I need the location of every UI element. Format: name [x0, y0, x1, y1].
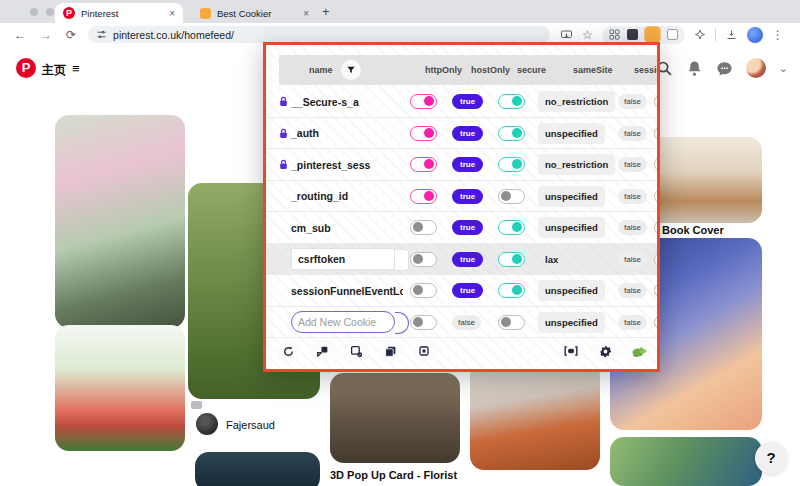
back-icon[interactable]: ←: [14, 28, 26, 42]
pin-watermelon-girl-illustration[interactable]: [55, 325, 185, 451]
httponly-toggle[interactable]: [410, 252, 437, 267]
cast-save-icon[interactable]: [560, 29, 573, 41]
truncated-toggle[interactable]: [654, 283, 660, 298]
extension-dark-icon[interactable]: [627, 29, 638, 40]
samesite-badge[interactable]: unspecified: [538, 217, 605, 238]
lock-icon: [279, 128, 288, 139]
cookie-extension-icon[interactable]: [645, 27, 660, 42]
user-avatar[interactable]: [746, 58, 766, 78]
secure-toggle[interactable]: [498, 126, 525, 141]
download-icon[interactable]: [725, 29, 738, 41]
secure-toggle[interactable]: [498, 220, 525, 235]
httponly-toggle[interactable]: [410, 315, 437, 330]
samesite-badge[interactable]: no_restriction: [538, 154, 615, 175]
cookie-row: __Secure-s_atrueno_restrictionfalse: [266, 86, 657, 118]
truncated-toggle[interactable]: [654, 220, 660, 235]
col-httponly[interactable]: httpOnly: [425, 65, 462, 75]
httponly-toggle[interactable]: [410, 283, 437, 298]
pin-kids-illustration[interactable]: [610, 437, 762, 486]
col-samesite[interactable]: sameSite: [573, 65, 613, 75]
truncated-toggle[interactable]: [654, 126, 660, 141]
pinterest-logo[interactable]: P: [16, 58, 36, 78]
forward-icon[interactable]: →: [40, 28, 52, 42]
httponly-toggle[interactable]: [410, 157, 437, 172]
cookie-value-input-stub[interactable]: [395, 312, 409, 334]
samesite-badge[interactable]: lax: [538, 249, 565, 270]
httponly-toggle[interactable]: [410, 94, 437, 109]
pin-user-avatar[interactable]: [196, 413, 218, 435]
httponly-toggle[interactable]: [410, 126, 437, 141]
import-button[interactable]: [310, 339, 334, 363]
samesite-badge[interactable]: unspecified: [538, 186, 605, 207]
add-new-cookie-input[interactable]: [291, 311, 395, 333]
truncated-toggle[interactable]: [654, 315, 660, 330]
secure-toggle[interactable]: [498, 283, 525, 298]
side-panel-icon[interactable]: [694, 29, 706, 41]
truncated-toggle[interactable]: [654, 157, 660, 172]
hostonly-badge: true: [452, 157, 483, 172]
address-bar[interactable]: pinterest.co.uk/homefeed/: [88, 26, 550, 43]
secure-toggle[interactable]: [498, 252, 525, 267]
messages-icon[interactable]: [716, 60, 733, 77]
reload-icon[interactable]: ⟳: [66, 28, 76, 42]
pin-title[interactable]: Book Cover: [662, 224, 724, 236]
truncated-toggle[interactable]: [654, 94, 660, 109]
pin-flower-girl-illustration[interactable]: [55, 115, 185, 328]
close-tab-icon[interactable]: ×: [303, 8, 309, 19]
pin-ocean-photo[interactable]: [195, 452, 320, 486]
expand-button[interactable]: [559, 339, 583, 363]
chevron-down-icon[interactable]: ⌄: [779, 62, 788, 75]
bookmark-star-icon[interactable]: ☆: [582, 28, 593, 42]
notifications-bell-icon[interactable]: [686, 60, 703, 77]
settings-button[interactable]: [593, 339, 617, 363]
truncated-toggle[interactable]: [654, 252, 660, 267]
copy-button[interactable]: [378, 339, 402, 363]
samesite-badge[interactable]: no_restriction: [538, 91, 615, 112]
httponly-toggle[interactable]: [410, 189, 437, 204]
site-settings-icon[interactable]: [96, 29, 107, 40]
secure-toggle[interactable]: [498, 315, 525, 330]
pin-title[interactable]: 3D Pop Up Card - Florist: [330, 469, 457, 481]
samesite-badge[interactable]: unspecified: [538, 123, 605, 144]
help-button[interactable]: ?: [755, 442, 787, 474]
truncated-toggle[interactable]: [654, 189, 660, 204]
export-button[interactable]: [344, 339, 368, 363]
tab-pinterest[interactable]: P Pinterest ×: [55, 3, 183, 23]
samesite-badge[interactable]: unspecified: [538, 312, 605, 333]
secure-toggle[interactable]: [498, 94, 525, 109]
cookie-name: _pinterest_sess: [291, 159, 370, 171]
window-minimize-button[interactable]: [46, 8, 54, 16]
col-session[interactable]: session: [634, 65, 660, 75]
window-close-button[interactable]: [30, 8, 38, 16]
home-link[interactable]: 主页: [42, 62, 66, 79]
close-tab-icon[interactable]: ×: [169, 8, 175, 19]
refresh-button[interactable]: [276, 339, 300, 363]
screen: P Pinterest × Best Cookier × + ← → ⟳ pin…: [0, 0, 800, 486]
delete-button[interactable]: [412, 339, 436, 363]
session-badge: false: [618, 315, 647, 330]
session-badge: false: [618, 252, 647, 267]
profile-avatar[interactable]: [747, 27, 763, 43]
url-text[interactable]: pinterest.co.uk/homefeed/: [113, 29, 234, 41]
hamburger-icon[interactable]: ≡: [72, 61, 80, 76]
samesite-badge[interactable]: unspecified: [538, 280, 605, 301]
new-tab-button[interactable]: +: [322, 4, 330, 19]
col-secure[interactable]: secure: [517, 65, 546, 75]
col-name[interactable]: name: [309, 65, 333, 75]
menu-kebab-icon[interactable]: ⋮: [772, 28, 784, 42]
secure-toggle[interactable]: [498, 189, 525, 204]
extension-grid-icon[interactable]: [609, 29, 620, 40]
pin-florist-cart-photo[interactable]: [330, 373, 460, 463]
extension-light-icon[interactable]: [667, 29, 678, 40]
mascot-button[interactable]: [627, 339, 651, 363]
cookie-row: _authtrueunspecifiedfalse: [266, 118, 657, 150]
tab-best-cookier[interactable]: Best Cookier ×: [192, 3, 317, 23]
cookie-name-input[interactable]: [291, 248, 395, 270]
pin-user-name[interactable]: Fajersaud: [226, 419, 275, 431]
filter-button[interactable]: [341, 60, 361, 80]
httponly-toggle[interactable]: [410, 220, 437, 235]
col-hostonly[interactable]: hostOnly: [471, 65, 510, 75]
secure-toggle[interactable]: [498, 157, 525, 172]
pin-orange-dress-photo[interactable]: [470, 362, 600, 470]
cookie-value-input-stub[interactable]: [395, 249, 409, 271]
